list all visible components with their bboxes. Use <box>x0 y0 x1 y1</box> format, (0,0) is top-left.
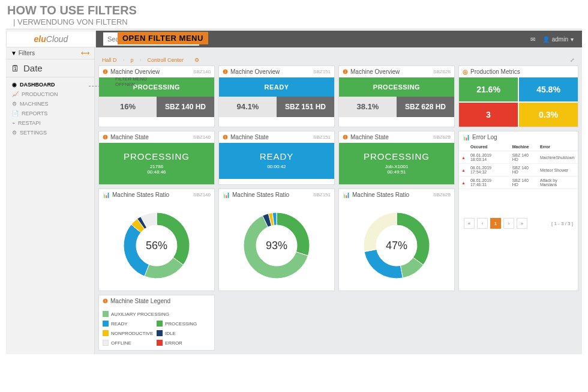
callout-arrow <box>89 86 113 86</box>
warning-icon: ▲ <box>459 151 468 164</box>
calendar-icon: 🗓 <box>11 63 20 73</box>
chart-icon: 📈 <box>12 91 19 97</box>
legend-item: PROCESSING <box>157 319 211 328</box>
status-badge: PROCESSING <box>339 77 454 97</box>
machine-state-panel: ❶Machine StateSBZ151 READY00:00:42 <box>218 131 335 185</box>
pager-first[interactable]: « <box>464 218 475 229</box>
chart-icon: 📊 <box>463 134 470 140</box>
breadcrumb: Hall D › p › Controll Center ⚙ ⤢ <box>98 51 578 65</box>
overview-pct: 16% <box>99 97 157 117</box>
logo: eluCloud <box>6 31 96 47</box>
expand-icon[interactable]: ⤢ <box>570 57 575 63</box>
nav-machines[interactable]: ⚙MACHINES <box>6 99 94 109</box>
pager: « ‹ 1 › » [ 1 - 3 / 3 ] <box>459 213 578 234</box>
donut-chart: 47% <box>339 201 454 291</box>
overview-machine: SBZ 628 HD <box>397 97 454 117</box>
info-icon: ❶ <box>343 134 348 140</box>
legend-panel: ❶Machine State Legend AUXILIARY PROCESSI… <box>98 295 215 351</box>
machine-ratio-panel: 📊Machine States RatioSBZ151 93% <box>218 188 335 291</box>
production-metrics-panel: ◎Production Metrics 21.6% 45.8% 3 0.3% <box>458 65 578 127</box>
pager-prev[interactable]: ‹ <box>477 218 488 229</box>
machine-ratio-panel: 📊Machine States RatioSBZ628 47% <box>338 188 455 291</box>
breadcrumb-item[interactable]: Controll Center <box>148 57 184 63</box>
info-icon: ❶ <box>223 68 228 75</box>
error-log-table: Occured Machine Error ▲08.01.2019 18:03:… <box>459 143 578 189</box>
legend-item: IDLE <box>157 328 211 338</box>
sidebar: ▼ Filters ⟷ 🗓 Date ◉DASHBOARD 📈PRODUCTIO… <box>6 47 95 354</box>
breadcrumb-item[interactable]: p <box>131 57 134 63</box>
gear-icon[interactable]: ⚙ <box>194 57 199 63</box>
nav-restapi[interactable]: ⌁RESTAPI <box>6 118 94 128</box>
doc-icon: 📄 <box>12 110 19 116</box>
page-subtitle: | VERWENDUNG VON FILTERN <box>6 17 582 29</box>
pager-info: [ 1 - 3 / 3 ] <box>551 221 573 226</box>
content-area: Hall D › p › Controll Center ⚙ ⤢ ❶Machin… <box>95 47 582 354</box>
chevron-down-icon: ▾ <box>571 36 574 43</box>
info-icon: ❶ <box>103 298 108 304</box>
dashboard-icon: ◉ <box>12 82 17 88</box>
page-title: HOW TO USE FILTERS <box>0 0 588 17</box>
metric-cell: 3 <box>459 103 518 127</box>
nav-reports[interactable]: 📄REPORTS <box>6 109 94 118</box>
gear-icon: ⚙ <box>12 101 17 107</box>
donut-chart: 56% <box>99 201 214 291</box>
table-row[interactable]: ▲08.01.2019 17:54:32SBZ 140 HDMeteor Sho… <box>459 164 578 176</box>
chart-icon: 📊 <box>223 191 230 198</box>
donut-chart: 93% <box>219 201 334 291</box>
topbar: eluCloud OPEN FILTER MENU ✉ 👤 admin ▾ <box>6 31 582 47</box>
warning-icon: ▲ <box>459 176 468 189</box>
overview-machine: SBZ 140 HD <box>157 97 214 117</box>
target-icon: ◎ <box>463 68 468 75</box>
legend-item: AUXILIARY PROCESSING <box>103 309 211 319</box>
machine-overview-panel: ❶Machine OverviewSBZ628 PROCESSING 38.1%… <box>338 65 455 127</box>
messages-icon[interactable]: ✉ <box>530 36 535 43</box>
overview-pct: 94.1% <box>219 97 277 117</box>
slider-icon[interactable]: ⟷ <box>81 50 89 56</box>
warning-icon: ▲ <box>459 164 468 176</box>
overview-machine: SBZ 151 HD <box>277 97 334 117</box>
chart-icon: 📊 <box>103 191 110 198</box>
table-row[interactable]: ▲08.01.2019 17:46:31SBZ 140 HDAttack by … <box>459 176 578 189</box>
user-menu[interactable]: 👤 admin ▾ <box>542 36 574 43</box>
pager-page[interactable]: 1 <box>490 218 501 229</box>
status-badge: READY <box>219 77 334 97</box>
pager-last[interactable]: » <box>517 218 527 229</box>
nav-production[interactable]: 📈PRODUCTION <box>6 89 94 99</box>
legend-item: ERROR <box>157 338 211 348</box>
api-icon: ⌁ <box>12 120 15 126</box>
legend-item: READY <box>103 319 157 328</box>
nav: ◉DASHBOARD 📈PRODUCTION ⚙MACHINES 📄REPORT… <box>6 77 94 140</box>
nav-settings[interactable]: ⚙SETTINGS <box>6 128 94 137</box>
filter-icon: ▼ <box>11 50 17 56</box>
info-icon: ❶ <box>343 68 348 75</box>
machine-overview-panel: ❶Machine OverviewSBZ140 PROCESSING 16%SB… <box>98 65 215 127</box>
machine-state-panel: ❶Machine StateSBZ140 PROCESSING2178600:4… <box>98 131 215 185</box>
info-icon: ❶ <box>103 68 108 75</box>
error-log-panel: 📊Error Log Occured Machine Error ▲08.01.… <box>458 131 578 291</box>
overview-pct: 38.1% <box>339 97 397 117</box>
metric-cell: 0.3% <box>519 103 578 127</box>
nav-dashboard[interactable]: ◉DASHBOARD <box>6 80 94 89</box>
legend-item: NONPRODUCTIVE <box>103 328 157 338</box>
chart-icon: 📊 <box>343 191 350 198</box>
metric-cell: 45.8% <box>519 77 578 101</box>
machine-ratio-panel: 📊Machine States RatioSBZ140 56% <box>98 188 215 291</box>
metric-cell: 21.6% <box>459 77 518 101</box>
breadcrumb-item[interactable]: Hall D <box>102 57 117 63</box>
legend-item: OFFLINE <box>103 338 157 348</box>
filter-menu-caption: FILTER MENÜ ÖFFNEN <box>115 77 147 88</box>
info-icon: ❶ <box>223 134 228 140</box>
open-filter-menu-badge[interactable]: OPEN FILTER MENU <box>118 32 208 44</box>
filters-toggle[interactable]: ▼ Filters ⟷ <box>6 47 94 59</box>
machine-overview-panel: ❶Machine OverviewSBZ151 READY 94.1%SBZ 1… <box>218 65 335 127</box>
table-row[interactable]: ▲08.01.2019 18:03:14SBZ 140 HDMachineShu… <box>459 151 578 164</box>
gear-icon: ⚙ <box>12 130 17 136</box>
date-picker[interactable]: 🗓 Date <box>6 59 94 77</box>
user-icon: 👤 <box>542 36 550 43</box>
info-icon: ❶ <box>103 134 108 140</box>
machine-state-panel: ❶Machine StateSBZ628 PROCESSINGJob-X1001… <box>338 131 455 185</box>
pager-next[interactable]: › <box>503 218 514 229</box>
